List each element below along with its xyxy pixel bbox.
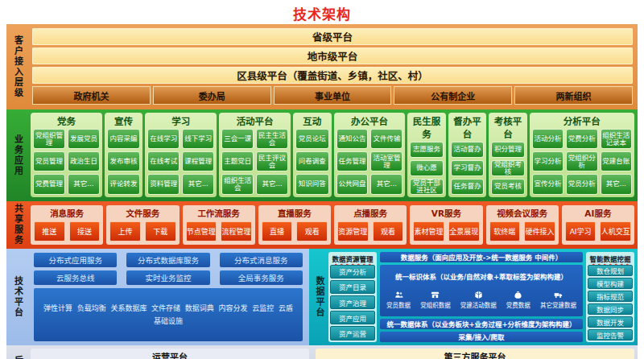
module-chip: 政治生日 [68,151,100,171]
asset-chip: 资产治理 [330,295,375,309]
module-chip: 民主生活会 [256,129,288,149]
service-chip: AI学习 [565,221,597,241]
ops-platform-card: 运营平台 租户管理租户版本配置租户期限授权个性主页配置 [31,349,309,359]
module-chip: 任务督办 [451,179,484,195]
business-column-title: 考核平台 [491,114,524,140]
infrastructure-item: 关系数据库 [110,303,147,313]
band-tech-platform: 技术平台 弹性计算负载均衡关系数据库文件存储数据词典内容分发云监控云盾 基础设施… [6,249,638,345]
tech-service-box: 分布式消息服务 [220,253,303,267]
party-data-item: 党费数据 [506,291,530,309]
layer-label-tech-platform: 技术平台 [6,249,29,345]
data-platform: 数据平台 数据资源管理 资产分析资产目录资产治理资产应用资产运营 数据服务（面向… [309,249,638,345]
business-column: 互动党员论坛问卷调查知识问答 [293,113,331,197]
module-chip: 三会一课 [221,129,254,149]
module-chip: 党员干部进社区 [410,179,443,195]
truck-icon [554,291,563,299]
infrastructure-item: 弹性计算 [43,303,72,313]
page-title: 技术架构 [0,0,644,23]
shared-service-title: AI服务 [565,207,631,219]
module-chip: 问卷调查 [295,151,328,171]
service-chip: 接送 [69,221,101,241]
business-column-title: 分析平台 [532,114,632,127]
shared-service-grid: 资源管理观看 [337,221,403,241]
module-chip: 党员考核 [491,179,524,195]
shared-service-card: 文件服务上传下载 [106,205,179,245]
module-chip: 活动室管理 [370,151,402,171]
module-chip: 发展党员 [68,129,100,149]
org-chip: 公有制企业 [394,86,512,105]
people-icon [394,291,403,299]
service-chip: 全景展现 [448,221,480,241]
third-party-platform-title: 第三方服务平台 [322,350,628,359]
smart-data-mining-title: 智能数据挖掘 [588,254,633,263]
business-column-title: 互动 [295,114,328,127]
shared-service-title: 视频会议服务 [489,207,555,219]
shared-service-grid: 推送接送 [34,221,100,241]
service-chip: 推送 [34,221,65,241]
business-column-title: 宣传 [107,114,140,127]
module-chip: 其它... [182,174,214,194]
ingest-bar: 采集/接入/爬取 [380,332,583,342]
module-chip: 文件传输 [370,129,402,149]
business-columns: 党务党组织管理发展党员党员管理政治生日党费管理其它...宣传内容采编发布审核评论… [29,109,638,201]
party-data-item-label: 党组织数据 [420,300,451,309]
service-chip: 软终端 [489,221,521,241]
shared-service-title: 点播服务 [337,207,403,219]
service-chip: 资源管理 [337,221,369,241]
service-chip: 观看 [373,221,404,241]
module-chip: 任务管理 [336,151,369,171]
module-chip: 其它... [68,174,100,194]
tech-row: 云服务总线实时业务监控全局事务服务 [34,270,303,285]
asset-chip: 资产运营 [330,326,375,340]
party-data-item: 其它党建数据 [540,291,576,309]
infrastructure-item: 数据词典 [185,303,214,313]
module-chip: 学习督办 [451,160,484,176]
shared-service-grid: 直播观看 [262,221,328,241]
module-chip: 发布审核 [107,151,140,171]
module-chip: 评论转发 [107,174,140,194]
shared-service-title: VR服务 [413,207,479,219]
business-column: 党务党组织管理发展党员党员管理政治生日党费管理其它... [31,113,102,197]
mining-chip: 数据开发 [588,316,633,328]
shared-service-card: AI服务AI学习人机交互 [562,205,634,245]
module-chip: 党建台账 [601,151,632,171]
shared-service-title: 消息服务 [34,207,100,219]
module-chip: 组织生活会 [221,174,254,194]
business-column: 督办平台活动督办学习督办任务督办 [448,113,486,197]
infrastructure-item: 云监控 [252,303,274,313]
business-column-grid: 党员论坛问卷调查知识问答 [295,129,328,195]
band-business-apps: 业务应用 党务党组织管理发展党员党员管理政治生日党费管理其它...宣传内容采编发… [6,109,638,201]
org-chip: 政府机关 [32,86,151,105]
module-chip: 党组织管理 [33,129,65,149]
party-data-item: 党员数据 [386,291,411,309]
business-column: 民生服务志愿服务微心愿党员干部进社区 [407,113,445,197]
shared-service-title: 文件服务 [109,207,175,219]
business-column-title: 民生服务 [410,114,443,140]
module-chip: 党员论坛 [295,129,328,149]
shared-service-title: 直播服务 [262,207,328,219]
mining-chip: 模型构建 [588,278,633,289]
party-data-item-label: 其它党建数据 [540,300,576,309]
mining-chip: 指标规范 [588,291,633,302]
module-chip: 宣传分析 [532,174,564,194]
tech-middleware: 弹性计算负载均衡关系数据库文件存储数据词典内容分发云监控云盾 基础设施 分布式应… [29,249,309,345]
unified-data-system-bar: 统一数据体系（以业务板块+业务过程+分析维度为架构构建） [380,319,583,329]
module-chip: 志愿服务 [410,142,443,158]
shared-service-grid: 素材管理全景展现 [413,221,479,241]
module-chip: 民主评议会 [256,151,288,171]
infrastructure-item: 云盾 [279,303,293,313]
module-chip: 其它... [370,174,402,194]
business-column-grid: 内容采编发布审核评论转发 [107,129,140,195]
module-chip: 知识问答 [295,174,328,194]
business-column: 考核平台积分管理党组织考核党员考核 [489,113,526,197]
module-chip: 资料管理 [147,174,180,194]
org-chip: 委办局 [153,86,271,105]
party-data-item-label: 党费数据 [506,300,530,309]
module-chip: 主题党日 [221,151,254,171]
business-column-grid: 活动督办学习督办任务督办 [451,142,484,195]
module-chip: 党费分析 [566,129,597,149]
module-chip: 通知公告 [336,129,369,149]
mining-chip: 数据同步 [588,303,633,315]
business-column: 宣传内容采编发布审核评论转发 [105,113,142,197]
business-column-title: 活动平台 [221,114,288,127]
